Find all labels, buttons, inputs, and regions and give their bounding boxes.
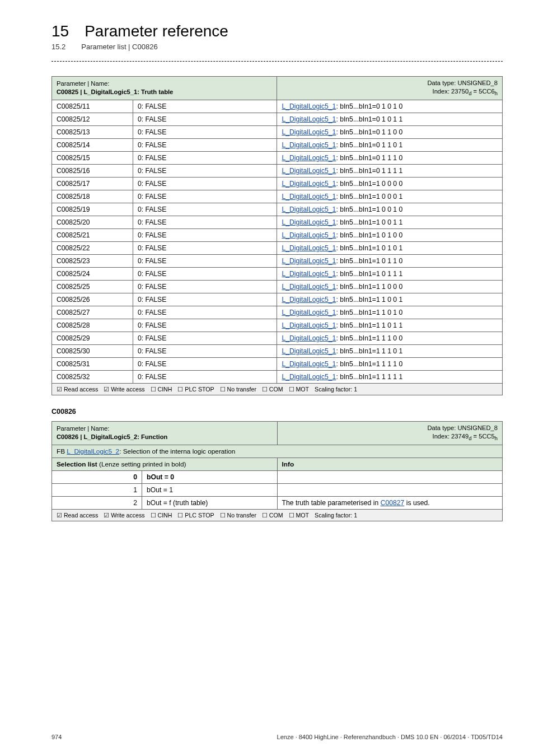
footer-item: ☑ Read access [57, 386, 98, 393]
footer-item: Scaling factor: 1 [315, 386, 357, 393]
footer-item: Scaling factor: 1 [315, 512, 357, 519]
param-id: C00825/31 [52, 357, 133, 370]
table-row: C00825/290: FALSEL_DigitalLogic5_1: bIn5… [52, 332, 503, 344]
param-desc-tail: : bIn5...bIn1=1 1 1 1 0 [336, 360, 402, 368]
param-desc-tail: : bIn5...bIn1=1 0 1 0 1 [336, 244, 402, 252]
selection-value: bOut = 1 [142, 483, 278, 496]
table-row: C00825/320: FALSEL_DigitalLogic5_1: bIn5… [52, 370, 503, 383]
digital-logic-link[interactable]: L_DigitalLogic5_1 [282, 154, 336, 162]
digital-logic-link[interactable]: L_DigitalLogic5_1 [282, 257, 336, 265]
table-row: 2bOut = f (truth table)The truth table p… [52, 496, 503, 509]
table-row: C00825/310: FALSEL_DigitalLogic5_1: bIn5… [52, 357, 503, 370]
digital-logic-link[interactable]: L_DigitalLogic5_1 [282, 128, 336, 136]
param-desc-tail: : bIn5...bIn1=0 1 1 1 1 [336, 167, 402, 175]
selection-info: The truth table parameterised in C00827 … [277, 496, 503, 509]
param-value: 0: FALSE [133, 280, 277, 293]
param-desc: L_DigitalLogic5_1: bIn5...bIn1=0 1 0 1 1 [277, 113, 503, 125]
digital-logic-link[interactable]: L_DigitalLogic5_1 [282, 206, 336, 213]
truth-table: Parameter | Name: C00825 | L_DigitalLogi… [51, 76, 503, 395]
digital-logic-link[interactable]: L_DigitalLogic5_1 [282, 231, 336, 239]
param-desc-tail: : bIn5...bIn1=1 1 1 0 0 [336, 334, 402, 342]
param-id: C00825/20 [52, 216, 133, 228]
selection-value: bOut = 0 [142, 470, 278, 483]
param-desc: L_DigitalLogic5_1: bIn5...bIn1=0 1 1 0 1 [277, 138, 503, 151]
param-value: 0: FALSE [133, 190, 277, 203]
param-value: 0: FALSE [133, 203, 277, 216]
param-value: 0: FALSE [133, 216, 277, 228]
fb-tail: : Selection of the interna logic operati… [119, 447, 235, 455]
param-id: C00825/23 [52, 254, 133, 267]
param-desc: L_DigitalLogic5_1: bIn5...bIn1=0 1 1 0 0 [277, 125, 503, 138]
param-desc: L_DigitalLogic5_1: bIn5...bIn1=1 1 0 0 0 [277, 280, 503, 293]
table-row: C00825/270: FALSEL_DigitalLogic5_1: bIn5… [52, 306, 503, 319]
param-header-index: Index: 23750d = 5CC6h [433, 88, 498, 95]
param-desc-tail: : bIn5...bIn1=1 0 1 1 1 [336, 270, 402, 278]
param-value: 0: FALSE [133, 267, 277, 280]
param-id: C00825/22 [52, 241, 133, 254]
table-row: C00825/260: FALSEL_DigitalLogic5_1: bIn5… [52, 293, 503, 306]
digital-logic-link[interactable]: L_DigitalLogic5_1 [282, 193, 336, 200]
digital-logic-link[interactable]: L_DigitalLogic5_1 [282, 244, 336, 252]
table-row: C00825/230: FALSEL_DigitalLogic5_1: bIn5… [52, 254, 503, 267]
digital-logic-link[interactable]: L_DigitalLogic5_1 [282, 141, 336, 149]
param-desc: L_DigitalLogic5_1: bIn5...bIn1=1 0 1 0 0 [277, 228, 503, 241]
info-link[interactable]: C00827 [381, 499, 405, 507]
table-row: C00825/140: FALSEL_DigitalLogic5_1: bIn5… [52, 138, 503, 151]
digital-logic-link[interactable]: L_DigitalLogic5_1 [282, 296, 336, 304]
digital-logic-link[interactable]: L_DigitalLogic5_1 [282, 347, 336, 355]
param-id: C00825/11 [52, 100, 133, 113]
footer-item: ☑ Write access [104, 386, 144, 393]
param-id: C00825/24 [52, 267, 133, 280]
param-value: 0: FALSE [133, 228, 277, 241]
digital-logic-link[interactable]: L_DigitalLogic5_1 [282, 167, 336, 175]
param-desc-tail: : bIn5...bIn1=1 1 0 1 0 [336, 309, 402, 316]
table-row: C00825/250: FALSEL_DigitalLogic5_1: bIn5… [52, 280, 503, 293]
section-number: 15.2 [51, 43, 65, 51]
param-header-datatype: Data type: UNSIGNED_8 [427, 80, 498, 86]
param-desc: L_DigitalLogic5_1: bIn5...bIn1=1 1 0 1 0 [277, 306, 503, 319]
digital-logic-link[interactable]: L_DigitalLogic5_1 [282, 270, 336, 278]
param-header-name: C00825 | L_DigitalLogic5_1: Truth table [57, 88, 173, 95]
selection-index: 1 [52, 483, 142, 496]
footer-right: Lenze · 8400 HighLine · Referenzhandbuch… [277, 734, 503, 740]
table-row: C00825/200: FALSEL_DigitalLogic5_1: bIn5… [52, 216, 503, 228]
table-row: C00825/160: FALSEL_DigitalLogic5_1: bIn5… [52, 164, 503, 177]
digital-logic-link[interactable]: L_DigitalLogic5_1 [282, 309, 336, 316]
chapter-title: Parameter reference [85, 22, 228, 40]
param-desc: L_DigitalLogic5_1: bIn5...bIn1=1 0 0 1 0 [277, 203, 503, 216]
param-value: 0: FALSE [133, 319, 277, 332]
table-row: C00825/130: FALSEL_DigitalLogic5_1: bIn5… [52, 125, 503, 138]
param-desc: L_DigitalLogic5_1: bIn5...bIn1=1 0 0 0 1 [277, 190, 503, 203]
section-c00826-label: C00826 [51, 408, 503, 416]
digital-logic-link[interactable]: L_DigitalLogic5_1 [282, 321, 336, 329]
footer-item: ☑ Read access [57, 512, 98, 519]
fb-link[interactable]: L_DigitalLogic5_2 [67, 447, 119, 455]
param-id: C00825/32 [52, 370, 133, 383]
digital-logic-link[interactable]: L_DigitalLogic5_1 [282, 218, 336, 226]
digital-logic-link[interactable]: L_DigitalLogic5_1 [282, 283, 336, 291]
digital-logic-link[interactable]: L_DigitalLogic5_1 [282, 373, 336, 381]
digital-logic-link[interactable]: L_DigitalLogic5_1 [282, 115, 336, 123]
digital-logic-link[interactable]: L_DigitalLogic5_1 [282, 180, 336, 188]
param-desc-tail: : bIn5...bIn1=1 0 0 1 0 [336, 206, 402, 213]
param2-header-datatype: Data type: UNSIGNED_8 [427, 424, 498, 431]
param-value: 0: FALSE [133, 306, 277, 319]
chapter-number: 15 [51, 22, 69, 40]
digital-logic-link[interactable]: L_DigitalLogic5_1 [282, 334, 336, 342]
param-value: 0: FALSE [133, 164, 277, 177]
param2-header-name: C00826 | L_DigitalLogic5_2: Function [57, 433, 167, 440]
footer-item: ☐ CINH [151, 386, 172, 393]
param-id: C00825/16 [52, 164, 133, 177]
digital-logic-link[interactable]: L_DigitalLogic5_1 [282, 360, 336, 368]
param-desc-tail: : bIn5...bIn1=0 1 0 1 1 [336, 115, 402, 123]
footer-item: ☐ MOT [289, 512, 309, 519]
selection-list-hint: (Lenze setting printed in bold) [97, 460, 186, 468]
param-desc: L_DigitalLogic5_1: bIn5...bIn1=1 1 1 0 0 [277, 332, 503, 344]
digital-logic-link[interactable]: L_DigitalLogic5_1 [282, 102, 336, 110]
param-desc-tail: : bIn5...bIn1=1 0 1 0 0 [336, 231, 402, 239]
param-desc-tail: : bIn5...bIn1=0 1 1 1 0 [336, 154, 402, 162]
param-id: C00825/26 [52, 293, 133, 306]
selection-index: 2 [52, 496, 142, 509]
param-desc: L_DigitalLogic5_1: bIn5...bIn1=1 0 0 1 1 [277, 216, 503, 228]
param-value: 0: FALSE [133, 370, 277, 383]
